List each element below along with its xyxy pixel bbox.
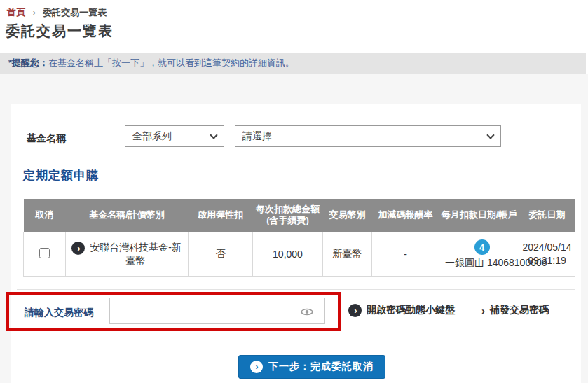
breadcrumb-current: 委託交易一覽表 [43, 7, 107, 18]
order-date: 2024/05/14 [519, 241, 575, 254]
notice-message: 在基金名稱上「按一下」，就可以看到這筆契約的詳細資訊。 [48, 57, 294, 68]
fund-name-link[interactable]: 安聯台灣科技基金-新臺幣 [89, 241, 182, 267]
chevron-right-circle-icon: › [71, 242, 85, 255]
header-currency: 交易幣別 [323, 199, 372, 232]
order-table: 取消 基金名稱/計價幣別 啟用彈性扣 每次扣款總金額 (含手續費) 交易幣別 加… [23, 199, 575, 277]
rate-adjustment-cell: - [372, 232, 439, 276]
header-flexible: 啟用彈性扣 [189, 199, 253, 232]
next-step-button[interactable]: › 下一步：完成委託取消 [238, 355, 385, 379]
next-step-button-label: 下一步：完成委託取消 [268, 361, 374, 373]
section-title-regular-purchase: 定期定額申購 [23, 167, 99, 183]
breadcrumb-home-link[interactable]: 首頁 [7, 7, 25, 18]
breadcrumb: 首頁 › 委託交易一覽表 [7, 6, 107, 19]
chevron-right-circle-icon: › [250, 361, 263, 373]
debit-day-account-cell: 4 一銀圓山 14068100006 [439, 232, 519, 276]
breadcrumb-separator: › [33, 8, 36, 18]
table-header-row: 取消 基金名稱/計價幣別 啟用彈性扣 每次扣款總金額 (含手續費) 交易幣別 加… [24, 199, 575, 232]
fund-select[interactable]: 請選擇 [235, 125, 501, 147]
transaction-password-label: 請輸入交易密碼 [25, 307, 93, 319]
fund-name-cell: › 安聯台灣科技基金-新臺幣 [66, 232, 189, 276]
fund-select-value: 請選擇 [242, 130, 272, 143]
password-helper-links: › 開啟密碼動態小鍵盤 › 補發交易密碼 [348, 303, 549, 317]
page-title: 委託交易一覽表 [6, 22, 114, 41]
debit-account-text: 一銀圓山 14068100006 [445, 257, 513, 270]
transaction-password-input[interactable] [109, 298, 325, 324]
notice-prefix: *提醒您： [8, 57, 48, 68]
series-select-value: 全部系列 [132, 130, 172, 143]
table-row: › 安聯台灣科技基金-新臺幣 否 10,000 新臺幣 - 4 一銀圓山 140… [24, 232, 575, 276]
series-select[interactable]: 全部系列 [125, 125, 224, 147]
chevron-right-icon: › [481, 305, 485, 316]
dynamic-keyboard-link[interactable]: › 開啟密碼動態小鍵盤 [348, 303, 455, 317]
order-date-cell: 2024/05/14 09:31:19 [519, 232, 575, 276]
notice-bar: *提醒您：在基金名稱上「按一下」，就可以看到這筆契約的詳細資訊。 [0, 53, 586, 74]
order-time: 09:31:19 [519, 254, 575, 267]
cancel-cell [24, 232, 66, 276]
divider [17, 289, 575, 290]
eye-icon[interactable] [300, 307, 314, 319]
header-cancel: 取消 [24, 199, 66, 232]
reissue-password-link[interactable]: › 補發交易密碼 [481, 304, 549, 316]
flexible-cell: 否 [189, 232, 253, 276]
chevron-down-icon [486, 131, 494, 139]
chevron-right-circle-icon: › [348, 304, 362, 317]
header-debit-day-account: 每月扣款日期/帳戶 [439, 199, 519, 232]
header-rate-adjustment: 加減碼報酬率 [372, 199, 439, 232]
cancel-checkbox[interactable] [39, 248, 50, 258]
header-amount: 每次扣款總金額 (含手續費) [253, 199, 323, 232]
debit-day-badge: 4 [474, 239, 490, 255]
chevron-down-icon [210, 131, 217, 139]
fund-name-filter-label: 基金名稱 [27, 132, 66, 145]
header-fund-name: 基金名稱/計價幣別 [66, 199, 189, 232]
amount-cell: 10,000 [253, 232, 323, 276]
reissue-password-link-label: 補發交易密碼 [490, 304, 549, 316]
currency-cell: 新臺幣 [323, 232, 372, 276]
dynamic-keyboard-link-label: 開啟密碼動態小鍵盤 [367, 304, 455, 316]
header-order-date: 委託日期 [519, 199, 575, 232]
